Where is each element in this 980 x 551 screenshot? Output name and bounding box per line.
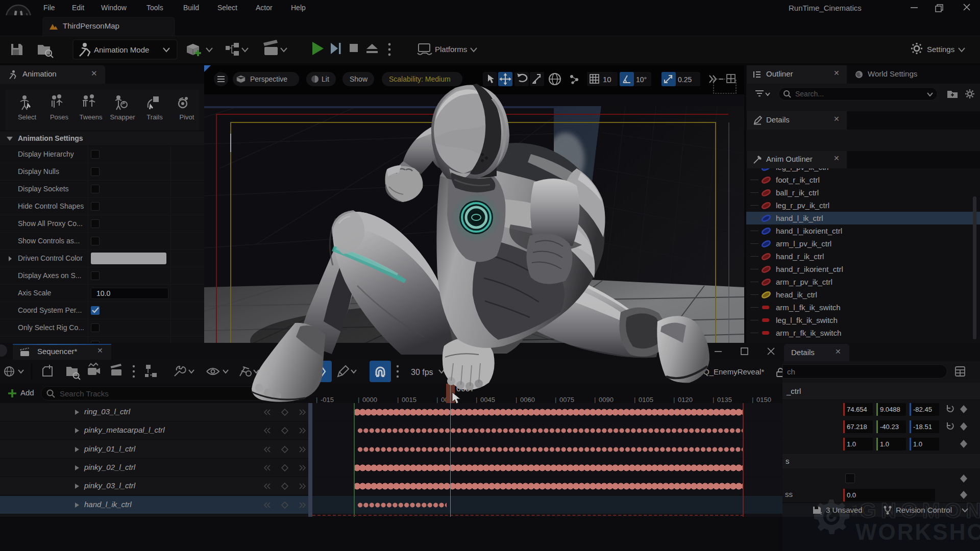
svg-text:Show: Show	[350, 75, 368, 83]
svg-text:THE: THE	[851, 505, 857, 516]
svg-text:10°: 10°	[636, 76, 647, 84]
svg-text:10: 10	[603, 75, 611, 84]
svg-text:WORKSHOP: WORKSHOP	[855, 519, 980, 544]
svg-text:30 fps: 30 fps	[411, 368, 433, 377]
svg-text:Animation Mode: Animation Mode	[94, 45, 149, 54]
svg-text:0.25: 0.25	[678, 76, 692, 84]
svg-text:GNOMON: GNOMON	[860, 498, 980, 522]
svg-text:Platforms: Platforms	[435, 45, 467, 54]
svg-text:Scalability: Medium: Scalability: Medium	[389, 75, 451, 83]
svg-text:Settings: Settings	[927, 45, 954, 54]
svg-text:Lit: Lit	[322, 75, 329, 83]
svg-text:Perspective: Perspective	[250, 75, 287, 83]
